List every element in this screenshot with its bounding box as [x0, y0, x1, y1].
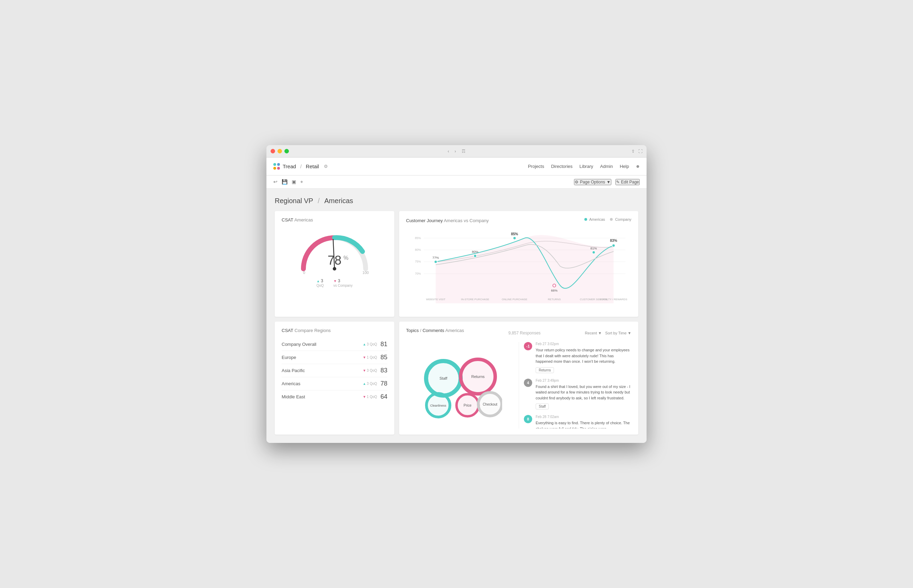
chevron-down-icon: ▼	[627, 331, 631, 335]
region-score: 85	[377, 354, 388, 361]
svg-text:85%: 85%	[415, 236, 421, 240]
region-score: 81	[377, 341, 388, 348]
minimize-button[interactable]	[278, 149, 282, 153]
region-row-company: Company Overall ▲ 3 QoQ 81	[282, 338, 388, 351]
region-qoq: ▲ 3 QoQ	[362, 382, 377, 386]
comment-tag-1[interactable]: Returns	[536, 367, 554, 373]
breadcrumb: Regional VP	[275, 197, 313, 205]
page-options-button[interactable]: ⚙ Page Options ▼	[574, 179, 611, 185]
journey-subtitle: Americas vs Company	[444, 218, 489, 223]
nav-directories[interactable]: Directories	[551, 164, 573, 169]
dashboard-grid: CSAT Americas 78	[275, 211, 638, 435]
comment-item-1: -1 Feb 27 3:02pm Your return policy need…	[524, 342, 631, 373]
region-row-mideast: Middle East ▼ 1 QoQ 64	[282, 390, 388, 403]
nav-admin[interactable]: Admin	[600, 164, 613, 169]
brand-sep: /	[300, 163, 302, 169]
qoq-stat: ▲ 3 QoQ	[317, 278, 324, 288]
region-row-asia: Asia Pacific ▼ 3 QoQ 83	[282, 364, 388, 377]
nav-library[interactable]: Library	[580, 164, 593, 169]
svg-text:Cleanliness: Cleanliness	[430, 404, 446, 407]
comment-content-2: Feb 27 3:49pm Found a shirt that I loved…	[536, 379, 631, 410]
save-icon[interactable]: 💾	[282, 179, 288, 185]
compare-subtitle: Compare Regions	[294, 328, 331, 333]
region-score: 83	[377, 367, 388, 374]
region-row-americas: Americas ▲ 3 QoQ 78	[282, 377, 388, 390]
brand-name: Tread	[283, 163, 296, 169]
gauge-container: 78 % 0 100	[282, 227, 388, 276]
edit-page-button[interactable]: ✎ Edit Page	[616, 179, 640, 185]
nav-links: Projects Directories Library Admin Help …	[528, 163, 640, 170]
compare-card: CSAT Compare Regions Company Overall ▲ 3…	[275, 321, 394, 435]
comment-content-1: Feb 27 3:02pm Your return policy needs t…	[536, 342, 631, 373]
chevron-down-icon: ▼	[606, 180, 611, 184]
svg-text:Returns: Returns	[471, 375, 485, 379]
brand: Tread / Retail ⚙	[273, 163, 328, 170]
bookmark-icon[interactable]: ⌖	[300, 179, 303, 185]
settings-icon[interactable]: ⚙	[324, 164, 328, 169]
comment-date-3: Feb 28 7:02am	[536, 415, 631, 419]
svg-text:Checkout: Checkout	[483, 402, 497, 406]
svg-point-19	[612, 244, 615, 247]
vs-value: 3	[338, 278, 340, 283]
svg-text:RETURNS: RETURNS	[548, 298, 561, 301]
svg-text:LOYALTY / REWARDS: LOYALTY / REWARDS	[600, 298, 627, 301]
comment-item-3: 8 Feb 28 7:02am Everything is easy to fi…	[524, 415, 631, 428]
comment-text-2: Found a shirt that I loved, but you were…	[536, 384, 631, 401]
region-score: 64	[377, 393, 388, 401]
copy-icon[interactable]: ▣	[292, 179, 296, 185]
americas-dot	[584, 218, 587, 221]
close-button[interactable]	[271, 149, 275, 153]
user-icon[interactable]: ●	[636, 163, 640, 170]
logo-dot-blue	[277, 163, 280, 166]
undo-icon[interactable]: ↩	[273, 179, 278, 185]
qoq-value: 3	[321, 278, 323, 283]
svg-text:Staff: Staff	[440, 376, 448, 380]
comment-tag-2[interactable]: Staff	[536, 404, 549, 409]
page-options-label: Page Options	[580, 180, 605, 184]
nav-projects[interactable]: Projects	[528, 164, 544, 169]
gauge-chart: 78 % 0 100	[296, 227, 373, 276]
nav-help[interactable]: Help	[620, 164, 629, 169]
fullscreen-button[interactable]: ⛶	[638, 149, 642, 154]
company-dot	[610, 218, 613, 221]
qoq-label: QoQ	[317, 284, 324, 288]
comment-score-1: -1	[524, 342, 532, 350]
response-count: 9,857 Responses	[508, 331, 540, 336]
regions-list: Company Overall ▲ 3 QoQ 81 Europe ▼	[282, 338, 388, 403]
vs-stat: ▼ 3 vs Company	[333, 278, 353, 288]
forward-button[interactable]: ›	[455, 149, 456, 154]
svg-point-14	[435, 260, 438, 263]
legend-americas: Americas	[584, 217, 605, 221]
svg-text:70%: 70%	[415, 272, 421, 275]
brand-logo	[273, 163, 280, 170]
svg-point-15	[474, 254, 477, 257]
svg-text:Price: Price	[464, 404, 472, 407]
csat-subtitle: Americas	[294, 217, 313, 223]
sort-control[interactable]: Sort by Time ▼	[605, 331, 631, 335]
compare-title: CSAT Compare Regions	[282, 328, 388, 333]
region-name: Asia Pacific	[282, 368, 360, 373]
share-button[interactable]: ⇪	[631, 149, 635, 154]
topics-header: Topics / Comments Americas 9,857 Respons…	[406, 328, 631, 338]
topics-controls: Recent ▼ Sort by Time ▼	[585, 331, 631, 335]
journey-title: Customer Journey Americas vs Company	[406, 218, 489, 223]
logo-dot-pink	[277, 167, 280, 170]
region-name: Middle East	[282, 394, 360, 399]
recent-control[interactable]: Recent ▼	[585, 331, 602, 335]
region-name: Americas	[282, 381, 360, 386]
logo-grid	[273, 163, 280, 170]
back-button[interactable]: ‹	[448, 149, 449, 154]
csat-card: CSAT Americas 78	[275, 211, 394, 317]
journey-chart-wrapper: 85% 80% 75% 70%	[406, 226, 631, 310]
traffic-lights	[271, 149, 289, 153]
chevron-down-icon: ▼	[598, 331, 602, 335]
page-region: Americas	[325, 197, 353, 205]
project-name: Retail	[306, 163, 319, 169]
svg-point-17	[553, 284, 556, 287]
topics-title: Topics / Comments Americas	[406, 328, 464, 333]
titlebar-right: ⇪ ⛶	[631, 149, 642, 154]
maximize-button[interactable]	[284, 149, 289, 153]
journey-header: Customer Journey Americas vs Company Ame…	[406, 217, 631, 223]
titlebar-controls: ‹ › ☶	[448, 149, 465, 154]
grid-button[interactable]: ☶	[462, 149, 465, 154]
